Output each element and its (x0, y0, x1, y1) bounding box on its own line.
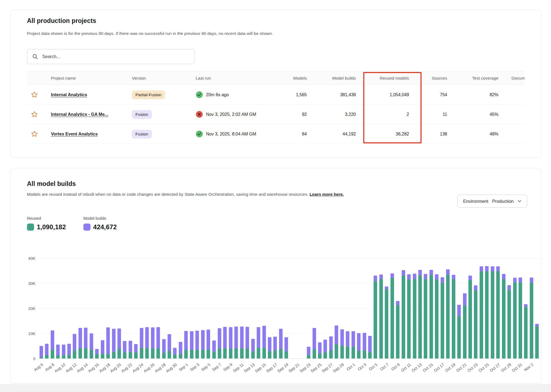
chart-bar-reused (535, 327, 539, 358)
chart-bar-model-builds (519, 278, 522, 282)
version-badge: Fusion (132, 130, 152, 138)
chart-bar-reused (112, 352, 116, 358)
chart-bar-model-builds (424, 274, 427, 279)
chart-bar-reused (56, 355, 60, 358)
col-header-last-run[interactable]: Last run (196, 76, 277, 81)
col-header-project-name[interactable]: Project name (51, 76, 132, 81)
builds-card-subtitle: Models are reused instead of rebuilt whe… (27, 192, 525, 197)
model-builds-cell: 3,220 (307, 112, 363, 117)
chart-bar-reused (502, 279, 505, 358)
projects-card-subtitle: Project data shown is for the previous 9… (27, 31, 525, 36)
chart-bar-model-builds (313, 328, 316, 349)
chart-bar-reused (441, 283, 444, 358)
chart-bar-reused (513, 282, 517, 358)
chart-bar-reused (195, 350, 199, 358)
chart-bar-model-builds (251, 339, 255, 351)
favorite-star-cell[interactable] (27, 111, 51, 118)
chart-bar-model-builds (73, 334, 76, 351)
star-icon[interactable] (31, 91, 38, 98)
chart-bar-reused (284, 351, 288, 358)
last-run-text: Nov 3, 2025, 8:04 AM GM (206, 132, 256, 137)
chart-bar-reused (257, 348, 260, 358)
chart-bar-model-builds (502, 274, 505, 279)
chart-bar-model-builds (446, 269, 450, 275)
project-name-cell: Internal Analytics (51, 92, 132, 97)
reused-models-cell: 1,054,049 (363, 92, 422, 97)
test-coverage-cell: 48% (453, 132, 501, 137)
chart-bar-model-builds (212, 340, 216, 352)
col-header-models[interactable]: Models (277, 76, 307, 81)
star-icon[interactable] (31, 130, 38, 138)
chart-bar-reused (62, 355, 65, 358)
chart-bar-model-builds (474, 285, 477, 290)
col-header-model-builds[interactable]: Model builds (307, 76, 363, 81)
col-header-test-coverage[interactable]: Test coverage (453, 76, 501, 81)
learn-more-link[interactable]: Learn more here. (310, 192, 344, 197)
run-success-icon (196, 130, 203, 138)
chart-bar-model-builds (140, 328, 143, 348)
chart-bar-reused (212, 352, 216, 358)
last-run-cell: Nov 3, 2025, 8:04 AM GM (196, 130, 277, 138)
chart-bar-model-builds (463, 293, 467, 306)
chart-bar-reused (340, 346, 344, 358)
last-run-text: Nov 3, 2025, 2:02 AM GM (206, 112, 256, 117)
chart-bar-model-builds (168, 334, 171, 351)
star-icon[interactable] (31, 111, 38, 118)
project-name-link[interactable]: Internal Analytics - GA Me... (51, 112, 108, 117)
chart-bar-model-builds (396, 301, 399, 305)
chart-bar-model-builds (273, 337, 277, 351)
version-cell: Partial-Fusion (132, 91, 196, 99)
chart-bar-model-builds (156, 327, 160, 348)
chart-bar-model-builds (530, 278, 533, 282)
chart-bar-reused (357, 351, 361, 358)
chart-bar-reused (51, 350, 54, 358)
chart-bar-reused (385, 289, 388, 358)
chart-bar-reused (491, 271, 494, 358)
chart-bar-model-builds (207, 330, 210, 349)
col-header-reused-models[interactable]: Reused models (363, 76, 422, 81)
chart-bar-model-builds (368, 336, 372, 352)
chart-bar-model-builds (67, 344, 71, 355)
search-box[interactable] (27, 49, 195, 64)
chart-bar-reused (485, 271, 489, 358)
project-name-link[interactable]: Vortex Event Analytics (51, 132, 98, 136)
legend-value-row: 1,090,182 (27, 223, 66, 231)
chart-bar-reused (363, 351, 366, 358)
chart-bar-model-builds (78, 328, 82, 348)
chart-bar-model-builds (84, 328, 87, 348)
search-input[interactable] (42, 54, 189, 59)
chart-bar-model-builds (429, 270, 433, 275)
chart-bar-reused (90, 350, 93, 358)
y-axis-label: 10K (20, 331, 35, 336)
chart-bar-reused (524, 307, 528, 358)
chart-bar-reused (368, 352, 372, 358)
version-cell: Fusion (132, 130, 196, 138)
models-cell: 84 (277, 132, 307, 137)
y-axis-label: 40K (20, 256, 35, 261)
chart-bar-model-builds (123, 341, 126, 352)
chart-bar-reused (352, 347, 355, 358)
chart-bar-model-builds (513, 278, 517, 282)
chart-bar-model-builds (435, 274, 438, 279)
projects-card-title: All production projects (27, 17, 525, 25)
chart-bar-reused (45, 355, 49, 358)
favorite-star-cell[interactable] (27, 91, 51, 98)
col-header-version[interactable]: Version (132, 76, 196, 81)
chart-legend: Reused1,090,182Model builds424,672 (27, 216, 525, 231)
col-header-sources[interactable]: Sources (422, 76, 453, 81)
chart-bar-reused (418, 275, 422, 358)
project-name-link[interactable]: Internal Analytics (51, 92, 87, 97)
col-header-documentation[interactable]: Docum (501, 76, 525, 81)
chart-bar-reused (117, 349, 121, 358)
chart-bar-reused (218, 348, 221, 358)
environment-filter-label: Environment (463, 199, 488, 204)
favorite-star-cell[interactable] (27, 130, 51, 138)
chart-bar-model-builds (524, 304, 528, 307)
chart-bar-reused (251, 351, 255, 358)
environment-filter-dropdown[interactable]: Environment Production (457, 195, 527, 208)
chart-bar-reused (151, 349, 155, 358)
table-row: Internal AnalyticsPartial-Fusion20m 6s a… (27, 85, 525, 105)
chart-bar-model-builds (323, 340, 327, 352)
chart-bar-reused (184, 350, 188, 358)
chart-bar-model-builds (279, 329, 283, 349)
